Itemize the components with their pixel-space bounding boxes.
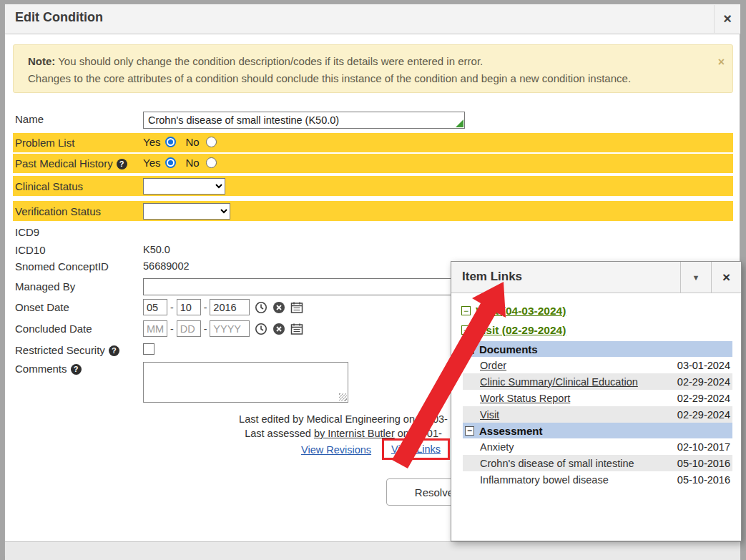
- calendar-icon[interactable]: [290, 323, 303, 335]
- collapse-icon[interactable]: −: [461, 306, 471, 315]
- dialog-close-icon[interactable]: ×: [714, 5, 740, 33]
- note-label: Note:: [28, 55, 55, 67]
- problem-list-label: Problem List: [15, 137, 74, 149]
- concluded-month-input[interactable]: [143, 320, 167, 337]
- onset-date-field: - -: [143, 299, 303, 315]
- textarea-resize-grip[interactable]: [339, 393, 347, 401]
- calendar-icon[interactable]: [290, 301, 303, 314]
- item-date: 02-29-2024: [677, 376, 730, 388]
- last-assessed-suffix: on 03-01-: [398, 428, 442, 439]
- list-item: Visit 02-29-2024: [463, 406, 732, 423]
- popup-close-icon[interactable]: ×: [711, 262, 741, 293]
- clinical-status-label: Clinical Status: [15, 180, 83, 192]
- verification-status-label: Verification Status: [15, 205, 101, 217]
- clinical-status-select[interactable]: [143, 178, 225, 195]
- date-separator: -: [204, 302, 207, 313]
- document-link[interactable]: Order: [480, 360, 506, 371]
- item-date: 05-10-2016: [677, 458, 730, 469]
- dialog-titlebar: [5, 4, 740, 34]
- name-input[interactable]: [143, 112, 465, 129]
- assessment-section-header[interactable]: − Assessment: [463, 423, 732, 438]
- comments-label-text: Comments: [15, 363, 67, 375]
- assessment-section-label: Assessment: [479, 425, 542, 437]
- item-links-header: Item Links ▼ ×: [451, 262, 741, 293]
- collapse-icon[interactable]: −: [465, 345, 474, 354]
- page-title: Edit Condition: [15, 10, 103, 25]
- document-link[interactable]: Work Status Report: [480, 393, 570, 404]
- restricted-security-checkbox[interactable]: [143, 343, 154, 355]
- last-assessed-prefix: Last assessed: [245, 428, 311, 439]
- past-medical-history-label-text: Past Medical History: [15, 157, 113, 170]
- problem-list-no-radio[interactable]: [206, 137, 217, 147]
- help-icon[interactable]: ?: [71, 364, 82, 375]
- view-revisions-link[interactable]: View Revisions: [301, 444, 371, 456]
- pmh-yes-label: Yes: [143, 157, 160, 169]
- assessed-by-link[interactable]: by Internist Butler: [314, 428, 395, 439]
- icd9-label: ICD9: [15, 226, 39, 238]
- clock-icon[interactable]: [255, 323, 268, 335]
- document-link[interactable]: Visit: [480, 409, 499, 421]
- collapse-icon[interactable]: −: [461, 325, 471, 335]
- pmh-no-radio[interactable]: [206, 157, 217, 168]
- assessment-item: Anxiety: [480, 441, 514, 453]
- item-links-body: − Visit (04-03-2024) − Visit (02-29-2024…: [451, 293, 741, 488]
- help-icon[interactable]: ?: [117, 159, 127, 170]
- item-date: 05-10-2016: [677, 474, 730, 486]
- assessment-item: Inflammatory bowel disease: [480, 474, 609, 486]
- snomed-label: Snomed ConceptID: [15, 260, 109, 272]
- comments-label: Comments?: [15, 363, 82, 375]
- documents-section-header[interactable]: − Documents: [463, 341, 732, 357]
- item-date: 02-10-2017: [677, 441, 730, 453]
- list-item: Anxiety 02-10-2017: [463, 438, 732, 455]
- item-date: 03-01-2024: [677, 360, 730, 371]
- managed-by-label: Managed By: [15, 280, 75, 293]
- list-item: Work Status Report 02-29-2024: [463, 390, 732, 406]
- verification-status-row-highlight: [13, 201, 733, 221]
- icd10-value: K50.0: [143, 244, 170, 255]
- problem-list-no-label: No: [185, 136, 199, 148]
- note-banner: Note: You should only change the conditi…: [13, 44, 733, 93]
- snomed-value: 56689002: [143, 260, 190, 272]
- problem-list-row-highlight: [13, 133, 733, 152]
- help-icon[interactable]: ?: [109, 345, 119, 356]
- collapse-icon[interactable]: −: [465, 426, 474, 436]
- managed-by-input[interactable]: [143, 278, 463, 295]
- clock-icon[interactable]: [255, 301, 268, 314]
- note-dismiss-icon[interactable]: ×: [718, 56, 725, 69]
- pmh-yes-radio[interactable]: [165, 157, 176, 168]
- past-medical-history-radios: Yes No: [143, 157, 217, 169]
- dialog-footer: [5, 541, 740, 560]
- problem-list-yes-label: Yes: [143, 136, 160, 148]
- screen: Edit Condition × Note: You should only c…: [0, 0, 746, 560]
- list-item: Clinic Summary/Clinical Education 02-29-…: [463, 373, 732, 390]
- visit-link[interactable]: Visit (02-29-2024): [476, 324, 566, 337]
- item-links-title: Item Links: [462, 270, 522, 284]
- concluded-date-field: - -: [143, 320, 303, 337]
- document-link[interactable]: Clinic Summary/Clinical Education: [480, 376, 638, 388]
- visit-row: − Visit (04-03-2024): [460, 303, 732, 319]
- date-separator: -: [204, 323, 207, 335]
- onset-month-input[interactable]: [143, 299, 167, 315]
- concluded-year-input[interactable]: [210, 320, 250, 337]
- assessment-item: Crohn's disease of small intestine: [480, 458, 634, 469]
- clear-date-icon[interactable]: [273, 323, 285, 335]
- input-resize-grip[interactable]: [456, 119, 463, 127]
- item-date: 02-29-2024: [677, 393, 730, 404]
- concluded-day-input[interactable]: [177, 320, 201, 337]
- chevron-down-icon[interactable]: ▼: [680, 262, 711, 293]
- icd10-label: ICD10: [15, 244, 46, 256]
- onset-day-input[interactable]: [177, 299, 201, 315]
- onset-date-label: Onset Date: [15, 301, 69, 313]
- clear-date-icon[interactable]: [273, 301, 285, 314]
- note-line-1: Note: You should only change the conditi…: [28, 53, 718, 70]
- verification-status-select[interactable]: [143, 203, 230, 220]
- comments-textarea[interactable]: [143, 362, 348, 403]
- pmh-no-label: No: [185, 157, 199, 169]
- past-medical-history-label: Past Medical History?: [15, 157, 127, 170]
- item-date: 02-29-2024: [677, 409, 730, 421]
- problem-list-yes-radio[interactable]: [165, 137, 176, 147]
- restricted-security-label-text: Restricted Security: [15, 344, 105, 356]
- visit-link[interactable]: Visit (04-03-2024): [476, 305, 566, 318]
- onset-year-input[interactable]: [210, 299, 250, 315]
- view-links-link[interactable]: View Links: [391, 443, 441, 455]
